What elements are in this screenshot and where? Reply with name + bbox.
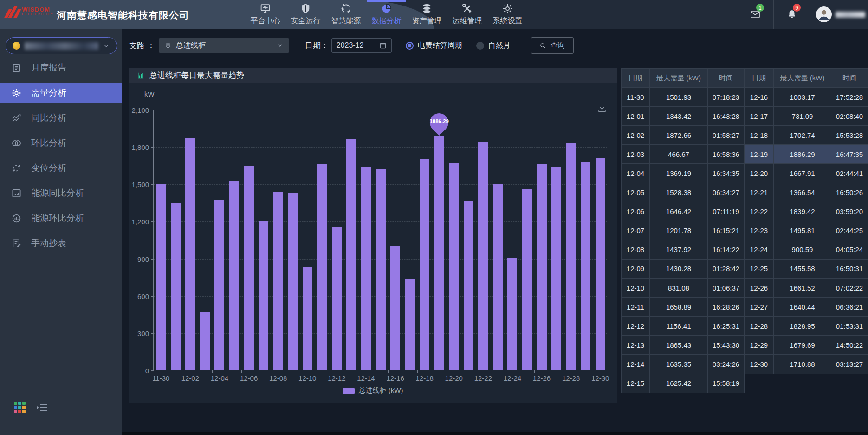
sidebar-item-0[interactable]: 月度报告 (0, 58, 122, 78)
bar-12-25[interactable] (522, 189, 532, 370)
query-button[interactable]: 查询 (531, 37, 574, 54)
table-cell-r6-c3: 12-22 (745, 202, 774, 221)
bar-12-02[interactable] (185, 138, 195, 370)
sidebar-item-7[interactable]: 手动抄表 (0, 233, 122, 253)
table-cell-r7-c0: 12-07 (622, 221, 650, 240)
bar-12-19[interactable] (434, 136, 444, 370)
nav-item-label: 资产管理 (412, 16, 442, 26)
table-cell-r1-c1: 1343.42 (650, 107, 708, 126)
bar-11-30[interactable] (156, 184, 166, 370)
bar-12-03[interactable] (200, 312, 210, 370)
branch-label: 支路 ： (129, 40, 155, 51)
user-name-redacted (836, 12, 865, 18)
x-axis-label: 12-26 (527, 374, 557, 382)
bar-12-01[interactable] (171, 203, 181, 370)
apps-grid-icon[interactable] (14, 402, 26, 413)
bar-12-06[interactable] (244, 166, 254, 370)
y-axis-label: 1,800 (124, 143, 149, 151)
table-cell-r7-c5: 02:44:25 (831, 221, 868, 240)
station-selector[interactable] (6, 37, 117, 54)
bar-12-08[interactable] (273, 192, 283, 370)
sidebar-item-3[interactable]: 环比分析 (0, 133, 122, 153)
table-cell-r15-c5 (831, 374, 868, 393)
nav-item-3[interactable]: 数据分析 (366, 0, 407, 29)
radio-natural-month[interactable]: 自然月 (476, 41, 511, 51)
nav-item-5[interactable]: 运维管理 (447, 0, 487, 29)
chart-panel: 总进线柜每日最大需量趋势 kW 03006009001,2001,5001,80… (129, 68, 617, 403)
logo-word-1: WISDOM (22, 6, 54, 13)
y-axis-tick (151, 333, 154, 334)
bar-12-13[interactable] (346, 139, 356, 370)
bar-12-27[interactable] (551, 167, 561, 370)
sidebar-item-5[interactable]: 能源同比分析 (0, 183, 122, 203)
nav-item-4[interactable]: 资产管理 (407, 0, 447, 29)
collapse-menu-icon[interactable] (36, 403, 48, 413)
bar-12-07[interactable] (259, 221, 268, 370)
legend-label: 总进线柜 (kW) (359, 386, 403, 395)
bar-12-22[interactable] (478, 142, 488, 370)
date-picker[interactable]: 2023-12 (331, 38, 392, 53)
bar-12-23[interactable] (493, 184, 503, 370)
bar-12-11[interactable] (317, 164, 327, 370)
bar-12-10[interactable] (303, 267, 312, 370)
nav-item-6[interactable]: 系统设置 (487, 0, 528, 29)
notifications-button[interactable]: 9 (773, 0, 810, 29)
radio-billing-cycle[interactable]: 电费结算周期 (406, 41, 462, 51)
chart-legend[interactable]: 总进线柜 (kW) (343, 386, 403, 395)
pie-icon (381, 3, 392, 14)
bar-12-20[interactable] (449, 163, 459, 370)
x-axis-label: 12-12 (322, 374, 351, 382)
radio-on-icon (406, 42, 414, 50)
bar-12-15[interactable] (376, 169, 386, 370)
table-cell-r7-c3: 12-23 (745, 221, 774, 240)
table-cell-r7-c1: 1201.78 (650, 221, 708, 240)
nav-item-0[interactable]: 平台中心 (245, 0, 285, 29)
table-cell-r5-c4: 1366.54 (774, 183, 831, 202)
table-header-col-2: 时间 (708, 69, 745, 88)
nav-item-label: 安全运行 (291, 16, 321, 26)
nav-item-2[interactable]: 智慧能源 (326, 0, 366, 29)
table-cell-r13-c0: 12-13 (622, 336, 650, 355)
nav-item-label: 数据分析 (372, 16, 402, 26)
sidebar-item-label: 月度报告 (31, 62, 66, 74)
table-cell-r10-c2: 01:06:37 (708, 279, 745, 298)
sidebar-item-6[interactable]: 能源环比分析 (0, 208, 122, 228)
y-axis-unit: kW (144, 90, 155, 98)
location-pin-icon (164, 42, 172, 49)
bar-12-05[interactable] (229, 181, 239, 370)
table-cell-r13-c3: 12-29 (745, 336, 774, 355)
messages-button[interactable]: 1 (737, 0, 773, 29)
bar-12-28[interactable] (566, 143, 576, 370)
bar-12-29[interactable] (581, 162, 590, 370)
branch-select[interactable]: 总进线柜 (159, 38, 289, 53)
bar-12-21[interactable] (464, 201, 473, 370)
sidebar-item-1[interactable]: 需量分析 (0, 83, 122, 103)
top-header: WISDOM ELECTRICITY 河南慧感电智能科技有限公司 平台中心安全运… (0, 0, 868, 29)
user-menu[interactable] (810, 0, 868, 29)
table-cell-r4-c4: 1667.91 (774, 164, 831, 183)
bar-12-17[interactable] (405, 279, 415, 370)
bar-12-09[interactable] (288, 193, 298, 370)
bar-12-24[interactable] (507, 258, 517, 370)
x-axis-tick (271, 370, 271, 373)
bar-12-30[interactable] (596, 158, 605, 370)
bar-12-14[interactable] (361, 167, 371, 370)
nav-item-1[interactable]: 安全运行 (285, 0, 326, 29)
bar-12-04[interactable] (214, 200, 224, 370)
x-axis-tick (241, 370, 242, 373)
table-cell-r0-c3: 12-16 (745, 88, 774, 107)
bar-12-12[interactable] (332, 227, 342, 370)
bar-12-18[interactable] (420, 159, 429, 370)
sidebar-item-4[interactable]: 变位分析 (0, 158, 122, 178)
table-cell-r14-c3: 12-30 (745, 355, 774, 374)
bar-12-16[interactable] (390, 246, 400, 370)
table-cell-r14-c4: 1710.88 (774, 355, 831, 374)
x-axis-tick (388, 370, 389, 373)
bar-12-26[interactable] (537, 164, 547, 370)
active-tab-indicator (367, 0, 406, 2)
table-cell-r4-c5: 02:44:41 (831, 164, 868, 183)
x-axis-tick (593, 370, 593, 373)
sidebar-item-2[interactable]: 同比分析 (0, 108, 122, 128)
company-name: 河南慧感电智能科技有限公司 (57, 9, 189, 22)
table-header-col-0: 日期 (622, 69, 650, 88)
